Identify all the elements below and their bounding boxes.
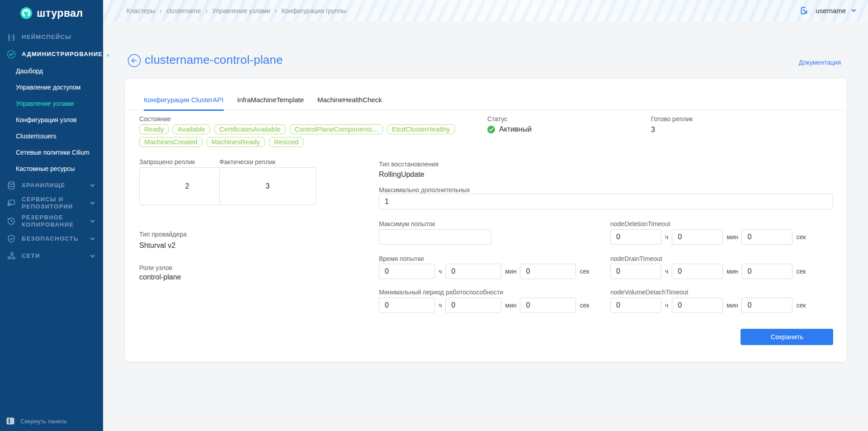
sidebar-item-access-management[interactable]: Управление доступом [0,79,103,95]
node-deletion-timeout-label: nodeDeletionTimeout [610,220,670,227]
status-badge: ControlPlaneComponents... [290,124,383,134]
back-button[interactable] [127,54,141,67]
min-healthy-period-minutes-input[interactable] [445,298,501,313]
sidebar-item-dashboard[interactable]: Дашборд [0,63,103,79]
save-button[interactable]: Сохранить [741,329,833,345]
chevron-down-icon [90,183,95,187]
status-badge: MachinesReady [207,137,265,147]
node-volume-detach-timeout-minutes-input[interactable] [672,298,723,313]
min-healthy-period-label: Минимальный период работоспособности [379,289,503,296]
status-label: Статус [487,115,507,123]
status-badge: Resized [269,137,303,147]
minutes-unit-label: мин [726,302,738,309]
tab-machinehealthcheck[interactable]: MachineHealthCheck [317,96,382,111]
recovery-type-label: Тип восстановления [379,161,439,168]
sidebar-item-clusterissuers[interactable]: ClusterIssuers [0,128,103,144]
logo-icon [20,7,33,19]
group-configuration-card: Конфигурация ClusterAPI InfraMachineTemp… [125,79,847,362]
documentation-link[interactable]: Документация [799,59,841,66]
hours-unit-label: ч [665,302,668,309]
min-healthy-period-hours-input[interactable] [379,298,435,313]
node-deletion-timeout-seconds-input[interactable] [741,229,793,245]
sidebar-item-networks[interactable]: СЕТИ [0,247,103,265]
seconds-unit-label: сек [796,268,806,275]
max-attempts-label: Максимум попыток [379,220,435,227]
sidebar-item-services-repositories[interactable]: СЕРВИСЫ И РЕПОЗИТОРИИ [0,194,103,212]
sidebar-item-security[interactable]: БЕЗОПАСНОСТЬ [0,230,103,247]
tab-clusterapi-configuration[interactable]: Конфигурация ClusterAPI [144,96,224,111]
node-volume-detach-timeout-label: nodeVolumeDetachTimeout [610,289,688,296]
node-deletion-timeout-hours-input[interactable] [610,229,661,245]
actual-replicas-value [219,167,316,205]
breadcrumb-clusters[interactable]: Кластеры [127,7,155,14]
provider-type-label: Тип провайдера [139,231,187,238]
chevron-down-icon [90,236,95,241]
sidebar-item-administration[interactable]: АДМИНИСТРИРОВАНИЕ [0,46,103,63]
minutes-unit-label: мин [505,268,516,275]
breadcrumb-separator: › [275,7,277,14]
minutes-unit-label: мин [505,302,516,309]
node-drain-timeout-inputs: ч мин сек [610,264,806,279]
sidebar-nav: {▫} НЕЙМСПЕЙСЫ АДМИНИСТРИРОВАНИЕ Дашборд… [0,28,103,265]
seconds-unit-label: сек [796,233,806,241]
attempt-time-hours-input[interactable] [379,264,435,279]
status-badge: MachinesCreated [139,137,203,147]
hours-unit-label: ч [665,233,668,241]
sidebar-item-cilium-network-policies[interactable]: Сетевые политики Cilium [0,144,103,161]
hours-unit-label: ч [439,302,442,309]
attempt-time-label: Время попытки [379,255,424,262]
ready-replicas-value: 3 [651,126,655,134]
breadcrumb-group-configuration: Конфигурация группы [282,7,346,14]
logo-text: штурвал [37,7,83,19]
node-drain-timeout-seconds-input[interactable] [741,264,793,279]
sidebar-item-custom-resources[interactable]: Кастомные ресурсы [0,161,103,177]
node-deletion-timeout-minutes-input[interactable] [672,229,723,245]
sidebar-item-namespaces[interactable]: {▫} НЕЙМСПЕЙСЫ [0,28,103,46]
sidebar-item-storage[interactable]: ХРАНИЛИЩЕ [0,177,103,194]
attempt-time-minutes-input[interactable] [445,264,501,279]
services-repositories-icon [6,199,17,208]
status-badge: CertificatesAvailable [214,124,286,134]
main-area: Кластеры › clustername › Управление узла… [103,0,868,431]
tab-inframachinetemplate[interactable]: InfraMachineTemplate [237,96,304,111]
minutes-unit-label: мин [726,233,738,241]
max-additional-label: Максимально дополнительных [379,186,470,194]
node-volume-detach-timeout-inputs: ч мин сек [610,298,806,313]
node-drain-timeout-hours-input[interactable] [610,264,661,279]
sidebar-item-backup[interactable]: РЕЗЕРВНОЕ КОПИРОВАНИЕ [0,212,103,230]
attempt-time-seconds-input[interactable] [520,264,576,279]
breadcrumb-clustername[interactable]: clustername [166,7,201,14]
username: username [816,7,846,14]
sidebar-item-node-management[interactable]: Управление узлами [0,95,103,112]
chevron-down-icon [90,218,95,223]
chevron-down-icon [90,253,95,258]
status-value: Активный [487,125,532,133]
breadcrumb-node-management[interactable]: Управление узлами [212,7,270,14]
max-attempts-input[interactable] [379,229,491,245]
administration-icon [6,50,17,59]
storage-icon [6,181,17,190]
shield-icon [6,234,17,243]
node-drain-timeout-minutes-input[interactable] [672,264,723,279]
recovery-type-value: RollingUpdate [379,171,425,179]
sidebar: штурвал {▫} НЕЙМСПЕЙСЫ АДМИНИСТРИРОВАНИЕ… [0,0,103,431]
logout-icon[interactable] [800,6,809,15]
min-healthy-period-seconds-input[interactable] [520,298,576,313]
max-additional-input[interactable] [379,194,833,209]
backup-icon [6,217,17,226]
seconds-unit-label: сек [580,302,589,309]
requested-replicas-label: Запрошено реплик [139,158,195,166]
node-volume-detach-timeout-hours-input[interactable] [610,298,661,313]
sidebar-item-node-configuration[interactable]: Конфигурация узлов [0,112,103,128]
collapse-panel-button[interactable]: Свернуть панель [6,417,67,425]
breadcrumb-separator: › [205,7,208,14]
hours-unit-label: ч [439,268,442,275]
node-volume-detach-timeout-seconds-input[interactable] [741,298,793,313]
tab-bar: Конфигурация ClusterAPI InfraMachineTemp… [125,79,847,110]
status-check-icon [487,126,495,133]
status-badge: Ready [139,124,169,134]
user-menu-chevron-icon[interactable] [852,8,856,12]
status-badge: Available [173,124,210,134]
logo[interactable]: штурвал [0,0,103,28]
actual-replicas-label: Фактически реплик [219,158,275,166]
